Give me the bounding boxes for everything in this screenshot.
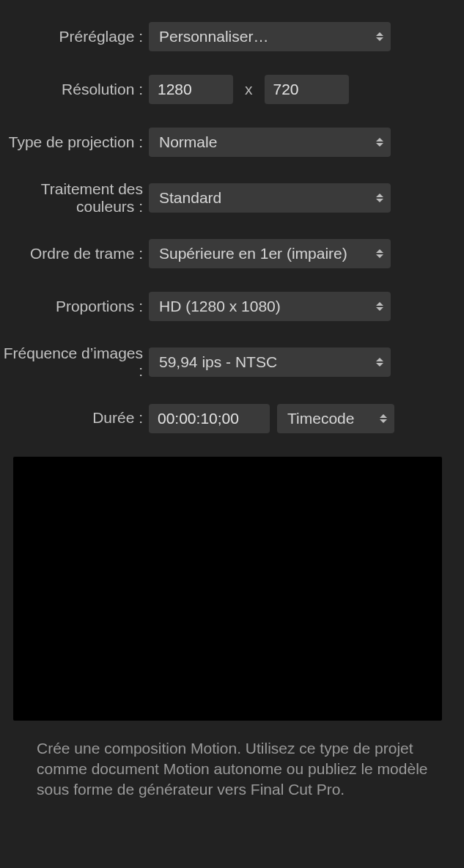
field-order-label: Ordre de trame : [0, 245, 149, 262]
projection-type-label: Type de projection : [0, 133, 149, 151]
aspect-ratio-value: HD (1280 x 1080) [159, 298, 281, 315]
preset-value: Personnaliser… [159, 28, 268, 45]
stepper-icon [373, 242, 386, 265]
resolution-separator: x [240, 81, 257, 98]
color-processing-label: Traitement des couleurs : [0, 180, 149, 216]
resolution-label: Résolution : [0, 81, 149, 98]
resolution-width-input[interactable] [149, 75, 233, 104]
preview-area [13, 457, 442, 721]
project-description: Crée une composition Motion. Utilisez ce… [37, 738, 435, 801]
color-processing-select[interactable]: Standard [149, 183, 391, 213]
field-order-value: Supérieure en 1er (impaire) [159, 245, 347, 262]
framerate-value: 59,94 ips - NTSC [159, 353, 277, 371]
color-processing-value: Standard [159, 189, 221, 207]
duration-mode-value: Timecode [287, 410, 354, 427]
stepper-icon [373, 186, 386, 210]
stepper-icon [373, 295, 386, 318]
aspect-ratio-select[interactable]: HD (1280 x 1080) [149, 292, 391, 321]
stepper-icon [373, 25, 386, 48]
framerate-label: Fréquence d’images : [0, 345, 149, 380]
project-settings-panel: Préréglage : Personnaliser… Résolution :… [0, 0, 464, 801]
framerate-select[interactable]: 59,94 ips - NTSC [149, 347, 391, 377]
projection-type-select[interactable]: Normale [149, 128, 391, 157]
preset-select[interactable]: Personnaliser… [149, 22, 391, 51]
aspect-ratio-label: Proportions : [0, 298, 149, 315]
duration-input[interactable] [149, 404, 270, 433]
projection-type-value: Normale [159, 133, 217, 151]
resolution-height-input[interactable] [265, 75, 349, 104]
field-order-select[interactable]: Supérieure en 1er (impaire) [149, 239, 391, 268]
stepper-icon [373, 350, 386, 374]
stepper-icon [377, 407, 390, 430]
stepper-icon [373, 130, 386, 154]
duration-label: Durée : [0, 409, 149, 427]
preset-label: Préréglage : [0, 28, 149, 45]
duration-mode-select[interactable]: Timecode [277, 404, 394, 433]
